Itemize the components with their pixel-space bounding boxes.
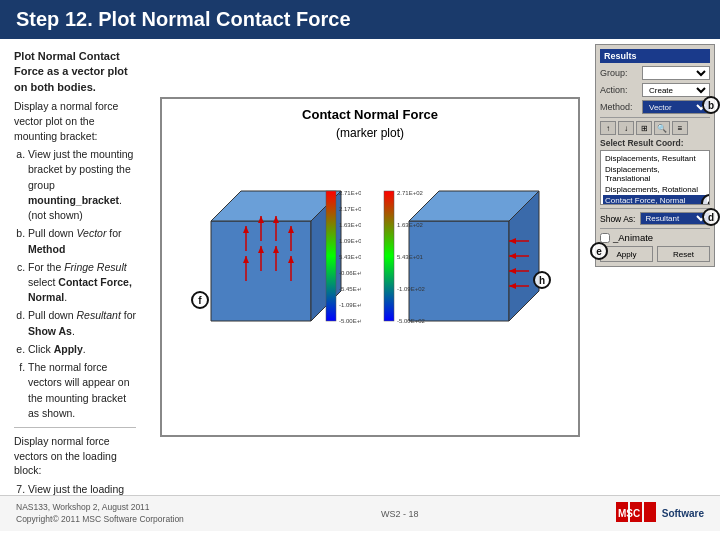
button-row: Apply Reset e <box>600 246 710 262</box>
right-block-container: 2.71E+02 1.63E+02 5.43E+01 -1.09E+02 -5.… <box>379 161 559 371</box>
main-content: Plot Normal Contact Force as a vector pl… <box>0 39 720 495</box>
svg-text:1.63E+02: 1.63E+02 <box>339 222 361 228</box>
step-e: Click Apply. <box>28 342 136 357</box>
toolbar-btn-5[interactable]: ≡ <box>672 121 688 135</box>
step-b: Pull down Vector for Method <box>28 226 136 256</box>
panel-divider-2 <box>600 208 710 209</box>
section2-title: Display normal force vectors on the load… <box>14 434 136 478</box>
step-e-bold: Apply <box>54 343 83 355</box>
action-label: Action: <box>600 85 642 95</box>
svg-text:-5.45E+01: -5.45E+01 <box>339 286 361 292</box>
group-row: Group: <box>600 66 710 80</box>
annotation-d: d <box>702 208 720 226</box>
svg-text:-1.09E+02: -1.09E+02 <box>339 302 361 308</box>
group-label: Group: <box>600 68 642 78</box>
msc-logo-text: MSC <box>616 497 656 530</box>
action-select[interactable]: Create <box>642 83 710 97</box>
page: Step 12. Plot Normal Contact Force Plot … <box>0 0 720 540</box>
annotation-b: b <box>702 96 720 114</box>
panel-divider-1 <box>600 117 710 118</box>
footer-text-1: NAS133, Workshop 2, August 2011 <box>16 502 184 514</box>
page-header: Step 12. Plot Normal Contact Force <box>0 0 720 39</box>
method-row: Method: Vector b <box>600 100 710 114</box>
svg-text:2.17E+02: 2.17E+02 <box>339 206 361 212</box>
footer-logo: MSC Software <box>616 497 704 530</box>
show-as-select[interactable]: Resultant <box>640 212 710 225</box>
reset-button[interactable]: Reset <box>657 246 710 262</box>
toolbar-btn-4[interactable]: 🔍 <box>654 121 670 135</box>
select-result-label: Select Result Coord: <box>600 138 710 148</box>
results-listbox[interactable]: Displacements, Resultant Displacements, … <box>600 150 710 205</box>
svg-text:-5.00E+02: -5.00E+02 <box>397 318 426 324</box>
toolbar-btn-3[interactable]: ⊞ <box>636 121 652 135</box>
step-a-bold: mounting_bracket <box>28 194 119 206</box>
svg-rect-19 <box>326 191 336 321</box>
apply-button[interactable]: Apply <box>600 246 653 262</box>
svg-text:-0.06E+00: -0.06E+00 <box>339 270 361 276</box>
steps-list: View just the mounting bracket by postin… <box>14 147 136 421</box>
step-a: View just the mounting bracket by postin… <box>28 147 136 223</box>
panel-toolbar: ↑ ↓ ⊞ 🔍 ≡ <box>600 121 710 135</box>
footer-center: WS2 - 18 <box>381 509 419 519</box>
intro-title: Plot Normal Contact Force as a vector pl… <box>14 49 136 95</box>
vis-subtitle: (marker plot) <box>162 126 578 140</box>
svg-text:-1.09E+02: -1.09E+02 <box>397 286 426 292</box>
step-c-italic: Fringe Result <box>64 261 126 273</box>
left-block-container: 2.71E+02 2.17E+02 1.63E+02 1.09E+02 5.43… <box>181 161 361 371</box>
step-c: For the Fringe Result select Contact For… <box>28 260 136 306</box>
svg-text:5.43E+01: 5.43E+01 <box>339 254 361 260</box>
annotation-e: e <box>590 242 608 260</box>
vis-title: Contact Normal Force <box>162 107 578 122</box>
method-select[interactable]: Vector <box>642 100 710 114</box>
footer-text-2: Copyright© 2011 MSC Software Corporation <box>16 514 184 526</box>
svg-text:MSC: MSC <box>618 508 640 519</box>
list-item-4[interactable]: Contact Force, Normal <box>603 195 707 205</box>
list-item-2[interactable]: Displacements, Translational <box>603 164 707 184</box>
msc-logo-svg: MSC <box>616 497 656 527</box>
right-panel: Results Group: Action: Create Method: Ve… <box>590 39 720 495</box>
svg-text:2.71E+02: 2.71E+02 <box>339 190 361 196</box>
step-c-bold: Contact Force, Normal <box>28 276 132 303</box>
panel-title-bar: Results <box>600 49 710 63</box>
step-b-bold: Method <box>28 243 65 255</box>
svg-text:1.63E+02: 1.63E+02 <box>397 222 424 228</box>
software-text: Software <box>662 508 704 519</box>
step-d: Pull down Resultant for Show As. <box>28 308 136 338</box>
svg-rect-48 <box>644 502 656 522</box>
list-item-1[interactable]: Displacements, Resultant <box>603 153 707 164</box>
animate-label: _Animate <box>613 232 653 243</box>
step-b-italic: Vector <box>76 227 106 239</box>
page-title: Step 12. Plot Normal Contact Force <box>16 8 351 30</box>
footer: NAS133, Workshop 2, August 2011 Copyrigh… <box>0 495 720 531</box>
section1-title: Display a normal force vector plot on th… <box>14 99 136 143</box>
toolbar-btn-2[interactable]: ↓ <box>618 121 634 135</box>
method-label: Method: <box>600 102 642 112</box>
annotation-f: f <box>191 291 209 309</box>
svg-text:5.43E+01: 5.43E+01 <box>397 254 424 260</box>
steps-list-2: View just the loading block by posting t… <box>14 482 136 495</box>
vis-content: 2.71E+02 2.17E+02 1.63E+02 1.09E+02 5.43… <box>162 146 578 386</box>
center-panel: Contact Normal Force (marker plot) <box>150 39 590 495</box>
ui-panel: Results Group: Action: Create Method: Ve… <box>595 44 715 267</box>
group-select[interactable] <box>642 66 710 80</box>
list-item-3[interactable]: Displacements, Rotational <box>603 184 707 195</box>
svg-text:2.71E+02: 2.71E+02 <box>397 190 424 196</box>
panel-divider-3 <box>600 228 710 229</box>
step-f: The normal force vectors will appear on … <box>28 360 136 421</box>
action-row: Action: Create <box>600 83 710 97</box>
animate-row: _Animate <box>600 232 710 243</box>
show-as-label: Show As: <box>600 214 635 224</box>
animate-checkbox[interactable] <box>600 233 610 243</box>
svg-text:1.09E+02: 1.09E+02 <box>339 238 361 244</box>
show-as-row: Show As: Resultant d <box>600 212 710 225</box>
step-g: View just the loading block by posting t… <box>28 482 136 495</box>
divider-1 <box>14 427 136 428</box>
annotation-h: h <box>533 271 551 289</box>
panel-title-text: Results <box>604 51 637 61</box>
right-block-svg: 2.71E+02 1.63E+02 5.43E+01 -1.09E+02 -5.… <box>379 161 559 371</box>
visualization-box: Contact Normal Force (marker plot) <box>160 97 580 437</box>
footer-left: NAS133, Workshop 2, August 2011 Copyrigh… <box>16 502 184 526</box>
svg-text:-5.00E+02: -5.00E+02 <box>339 318 361 324</box>
toolbar-btn-1[interactable]: ↑ <box>600 121 616 135</box>
step-d-bold: Show As <box>28 325 72 337</box>
